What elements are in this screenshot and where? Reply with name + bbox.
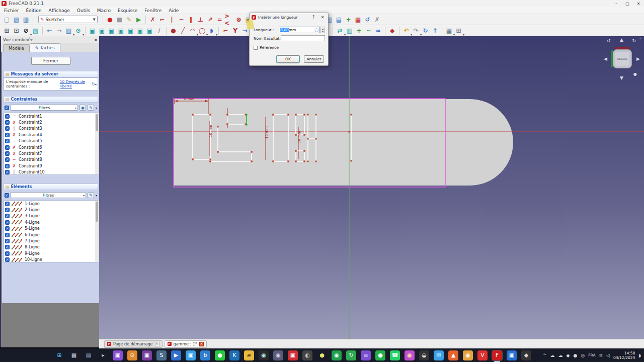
nav-arrow-right-icon[interactable]: ▶: [636, 56, 640, 61]
element-row[interactable]: ✓ 4-Ligne: [4, 219, 98, 225]
elements-filter-select[interactable]: Filtres▾: [11, 192, 86, 198]
menu-outils[interactable]: Outils: [77, 8, 90, 13]
constraint-vertical-icon[interactable]: |: [167, 15, 177, 24]
reference-checkbox[interactable]: [254, 46, 258, 50]
dialog-close-button[interactable]: ✕: [319, 15, 326, 20]
move-icon[interactable]: +: [344, 15, 353, 24]
firefox-icon[interactable]: ◉: [405, 350, 415, 360]
element-checkbox[interactable]: ✓: [5, 226, 10, 231]
element-checkbox[interactable]: ✓: [5, 245, 10, 249]
constraint-checkbox[interactable]: ✓: [5, 145, 10, 150]
chrome-icon[interactable]: ◉: [463, 350, 473, 360]
sketch-canvas[interactable]: 8 mm 10 mm 10 mm 10 mm: [99, 36, 644, 339]
create-circle-icon[interactable]: ◯: [197, 26, 207, 35]
constraint-checkbox[interactable]: ✓: [5, 151, 10, 156]
tray-chevron-icon[interactable]: ^: [543, 353, 547, 358]
nav-arrow-down-icon[interactable]: ▼: [620, 75, 623, 80]
create-conic-icon[interactable]: ◗: [207, 26, 216, 35]
ok-button[interactable]: OK: [277, 55, 299, 63]
element-row[interactable]: ✓ 8-Ligne: [4, 244, 98, 250]
dimension-label-8mm[interactable]: 8 mm: [184, 97, 194, 101]
undo-icon[interactable]: ↶: [401, 26, 411, 35]
element-row[interactable]: ✓ 5-Ligne: [4, 226, 98, 232]
view-left-icon[interactable]: ▣: [145, 26, 154, 35]
solver-messages-header[interactable]: ▤ Messages du solveur: [4, 71, 98, 77]
constraint-row[interactable]: ✓ Constraint9: [4, 163, 98, 169]
bspline-knot-icon[interactable]: ≈: [373, 26, 383, 35]
constraint-row[interactable]: ✓ Constraint4: [4, 132, 98, 138]
measure-distance-icon[interactable]: ∕: [154, 26, 164, 35]
constraints-settings-icon[interactable]: ✎: [88, 105, 94, 111]
navcube-sphere-icon[interactable]: ●: [633, 72, 637, 76]
rotate-icon[interactable]: ↺: [363, 15, 372, 24]
constraint-row[interactable]: ✓ Constraint1: [4, 113, 98, 119]
refresh-solver-icon[interactable]: ↻: [92, 82, 95, 86]
menu-aide[interactable]: Aide: [169, 8, 179, 13]
tab-document-gamme[interactable]: F gamme : 1* ✕: [165, 340, 207, 348]
start-button-icon[interactable]: ⊞: [54, 350, 64, 360]
dof-link[interactable]: 10 Degrés de liberté: [60, 79, 91, 88]
element-checkbox[interactable]: ✓: [5, 239, 10, 243]
constraint-checkbox[interactable]: ✓: [5, 139, 10, 143]
dimension-label-v3[interactable]: 10 mm: [297, 131, 301, 143]
constraint-row[interactable]: ✓ Constraint8: [4, 157, 98, 163]
element-checkbox[interactable]: ✓: [5, 257, 10, 262]
element-checkbox[interactable]: ✓: [5, 214, 10, 218]
constraints-scrollbar[interactable]: [95, 113, 99, 174]
globe-app-icon[interactable]: ◐: [302, 350, 312, 360]
playlist-app-icon[interactable]: ≡: [361, 350, 371, 360]
vivaldi-icon[interactable]: V: [477, 350, 488, 360]
3d-viewport[interactable]: 8 mm 10 mm 10 mm 10 mm ↺ ▲ ↻ • ◀ ▶ ▼ ● D…: [99, 36, 644, 339]
account-app-icon[interactable]: ◉: [273, 350, 283, 360]
brave-icon[interactable]: ▲: [448, 350, 458, 360]
pad-face[interactable]: [174, 99, 513, 186]
element-row[interactable]: ✓ 10-Ligne: [4, 257, 98, 262]
reference-row[interactable]: Référence: [254, 45, 279, 50]
chevron-down-icon[interactable]: ▾: [96, 106, 97, 110]
constraint-row[interactable]: ✓ Constraint7: [4, 150, 98, 156]
tray-onedrive-icon[interactable]: ☁: [550, 353, 555, 358]
element-row[interactable]: ✓ 7-Ligne: [4, 238, 98, 244]
draw-style-icon[interactable]: ⊘: [21, 26, 31, 35]
element-checkbox[interactable]: ✓: [5, 220, 10, 225]
obs-app-icon[interactable]: ◉: [259, 350, 269, 360]
constraint-checkbox[interactable]: ✓: [5, 126, 10, 131]
view-top-icon[interactable]: ▣: [107, 26, 116, 35]
search-tool-icon[interactable]: ⊙: [127, 350, 137, 360]
new-file-icon[interactable]: ▢: [2, 15, 12, 24]
element-row[interactable]: ✓ 2-Ligne: [4, 207, 98, 213]
menu-fenetre[interactable]: Fenêtre: [144, 8, 162, 13]
tab-close-icon[interactable]: ✕: [199, 342, 204, 346]
constraint-checkbox[interactable]: ✓: [5, 120, 10, 125]
length-spinner[interactable]: ▲▼: [320, 27, 325, 33]
refresh-icon[interactable]: ↻: [421, 26, 430, 35]
delete-icon[interactable]: ✗: [372, 15, 382, 24]
language-indicator[interactable]: FRA: [588, 353, 595, 357]
constraints-section-header[interactable]: ▤ Contraintes: [4, 96, 98, 103]
elements-section-header[interactable]: ▤ Éléments: [4, 184, 98, 190]
opera-gx-icon[interactable]: ◒: [419, 350, 429, 360]
constraint-symmetric-icon[interactable]: ><: [224, 15, 234, 24]
navigation-cube[interactable]: ↺ ▲ ↻ • ◀ ▶ ▼ ● DESSUS: [604, 38, 640, 82]
close-task-button[interactable]: Fermer: [31, 57, 70, 65]
redo-icon[interactable]: ↷: [411, 26, 421, 35]
teams-app-icon[interactable]: ▶: [171, 350, 181, 360]
pointer-app-icon[interactable]: ▸: [98, 350, 108, 360]
sync-view-icon[interactable]: ⊙: [73, 26, 83, 35]
move-sketch-icon[interactable]: +: [354, 26, 364, 35]
constraints-filter-checkbox[interactable]: ✓: [5, 106, 9, 110]
name-field[interactable]: [281, 35, 325, 41]
trim-edge-icon[interactable]: Y: [230, 26, 240, 35]
copy-icon[interactable]: ▤: [334, 15, 344, 24]
view-rear-icon[interactable]: ▣: [126, 26, 135, 35]
zoom-selection-icon[interactable]: ⊡: [12, 26, 21, 35]
length-input[interactable]: 8,00 mm ◯: [279, 27, 320, 33]
constraint-tangent-icon[interactable]: ↗: [205, 15, 215, 24]
chevron-down-icon[interactable]: ▾: [96, 194, 97, 197]
open-file-icon[interactable]: ▨: [12, 15, 21, 24]
element-checkbox[interactable]: ✓: [5, 233, 10, 237]
volume-icon[interactable]: ◁: [606, 353, 610, 358]
maximize-button[interactable]: ▢: [622, 2, 633, 6]
create-point-icon[interactable]: ●: [169, 26, 178, 35]
rotate-cw-icon[interactable]: ↻: [632, 38, 636, 43]
